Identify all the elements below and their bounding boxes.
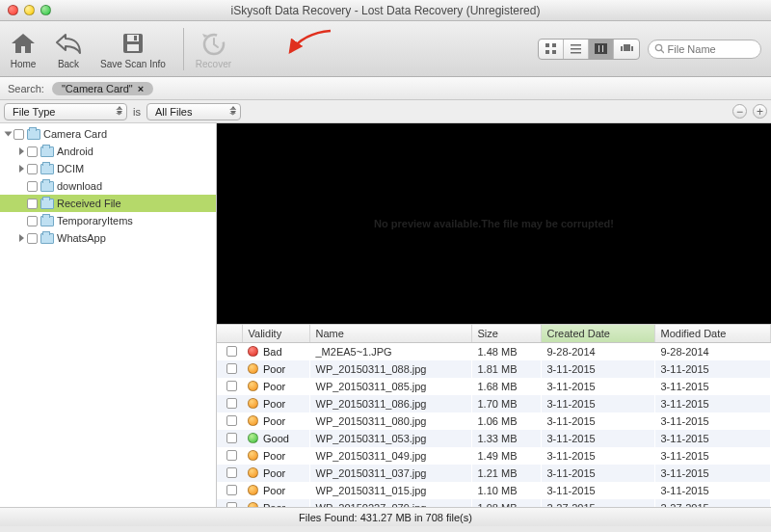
disclosure-icon[interactable] xyxy=(19,234,24,242)
table-row[interactable]: GoodWP_20150311_053.jpg1.33 MB3-11-20153… xyxy=(217,430,771,447)
table-row[interactable]: PoorWP_20150311_088.jpg1.81 MB3-11-20153… xyxy=(217,360,771,378)
row-checkbox-cell[interactable] xyxy=(217,395,242,412)
filter-field-combo[interactable]: File Type xyxy=(4,103,127,120)
tree-node[interactable]: WhatsApp xyxy=(0,229,216,247)
checkbox[interactable] xyxy=(27,146,38,157)
search-input[interactable] xyxy=(668,43,755,55)
search-scope-bar: Search: "Camera Card" × xyxy=(0,77,771,100)
view-list[interactable] xyxy=(564,40,589,59)
svg-rect-14 xyxy=(602,45,603,52)
checkbox[interactable] xyxy=(226,381,237,391)
row-size: 1.48 MB xyxy=(471,342,541,360)
tree-node-label: WhatsApp xyxy=(57,232,106,244)
folder-icon xyxy=(40,216,54,226)
table-row[interactable]: PoorWP_20150311_015.jpg1.10 MB3-11-20153… xyxy=(217,482,771,499)
checkbox[interactable] xyxy=(226,433,237,443)
home-button[interactable]: Home xyxy=(10,29,37,69)
view-columns[interactable] xyxy=(589,40,614,59)
search-field[interactable] xyxy=(648,40,761,59)
col-validity[interactable]: Validity xyxy=(242,325,309,342)
row-checkbox-cell[interactable] xyxy=(217,465,242,482)
row-checkbox-cell[interactable] xyxy=(217,499,242,508)
row-validity: Poor xyxy=(242,395,309,412)
row-checkbox-cell[interactable] xyxy=(217,430,242,447)
row-validity: Poor xyxy=(242,499,309,508)
row-checkbox-cell[interactable] xyxy=(217,482,242,499)
tree-node[interactable]: TemporaryItems xyxy=(0,212,216,229)
row-name: WP_20150311_015.jpg xyxy=(309,482,471,499)
remove-filter-button[interactable]: − xyxy=(732,104,747,119)
svg-rect-6 xyxy=(552,43,556,47)
checkbox[interactable] xyxy=(27,216,38,226)
row-size: 1.06 MB xyxy=(471,412,541,430)
disclosure-icon[interactable] xyxy=(5,132,13,137)
checkbox[interactable] xyxy=(27,199,38,209)
back-button[interactable]: Back xyxy=(54,29,83,69)
svg-rect-10 xyxy=(571,48,581,50)
row-modified: 3-11-2015 xyxy=(654,412,771,430)
view-mode-segmented[interactable] xyxy=(538,39,640,60)
col-modified[interactable]: Modified Date xyxy=(654,325,771,342)
table-row[interactable]: PoorWP_20150311_049.jpg1.49 MB3-11-20153… xyxy=(217,447,771,465)
row-checkbox-cell[interactable] xyxy=(217,378,242,395)
file-table: Validity Name Size Created Date Modified… xyxy=(217,325,771,507)
filter-value-combo[interactable]: All Files xyxy=(146,103,241,120)
table-row[interactable]: PoorWP_20150311_086.jpg1.70 MB3-11-20153… xyxy=(217,395,771,412)
table-row[interactable]: PoorWP_20150311_037.jpg1.21 MB3-11-20153… xyxy=(217,465,771,482)
tree-node[interactable]: Android xyxy=(0,143,216,160)
row-checkbox-cell[interactable] xyxy=(217,447,242,465)
recover-icon xyxy=(199,29,227,58)
file-table-wrapper[interactable]: Validity Name Size Created Date Modified… xyxy=(217,324,771,507)
checkbox[interactable] xyxy=(13,129,24,140)
table-row[interactable]: PoorWP_20150311_080.jpg1.06 MB3-11-20153… xyxy=(217,412,771,430)
disclosure-icon[interactable] xyxy=(19,147,24,155)
save-scan-label: Save Scan Info xyxy=(100,59,166,69)
checkbox[interactable] xyxy=(226,485,237,495)
row-size: 1.68 MB xyxy=(471,378,541,395)
checkbox[interactable] xyxy=(27,164,38,174)
checkbox[interactable] xyxy=(226,502,237,507)
search-token[interactable]: "Camera Card" × xyxy=(52,82,153,95)
row-checkbox-cell[interactable] xyxy=(217,343,242,360)
checkbox[interactable] xyxy=(27,233,38,244)
row-validity: Poor xyxy=(242,465,309,482)
view-grid[interactable] xyxy=(539,40,564,59)
row-created: 3-11-2015 xyxy=(541,378,654,395)
col-created[interactable]: Created Date xyxy=(541,325,654,342)
tree-root[interactable]: Camera Card xyxy=(0,125,216,143)
row-name: WP_20150311_053.jpg xyxy=(309,430,471,447)
row-created: 3-11-2015 xyxy=(541,447,654,465)
row-checkbox-cell[interactable] xyxy=(217,360,242,378)
tree-node[interactable]: download xyxy=(0,177,216,195)
table-row[interactable]: PoorWP_20150311_085.jpg1.68 MB3-11-20153… xyxy=(217,378,771,395)
folder-icon xyxy=(40,181,54,192)
row-checkbox-cell[interactable] xyxy=(217,412,242,430)
preview-message: No preview available.The file may be cor… xyxy=(374,218,614,229)
checkbox[interactable] xyxy=(226,467,237,478)
checkbox[interactable] xyxy=(226,346,237,357)
table-row[interactable]: Bad_M2EA5~1.JPG1.48 MB9-28-20149-28-2014 xyxy=(217,342,771,360)
folder-icon xyxy=(40,199,54,209)
row-created: 3-11-2015 xyxy=(541,395,654,412)
tree-node[interactable]: DCIM xyxy=(0,160,216,177)
checkbox[interactable] xyxy=(226,363,237,374)
row-name: WP_20150227_079.jpg xyxy=(309,499,471,508)
checkbox[interactable] xyxy=(226,398,237,409)
add-filter-button[interactable]: + xyxy=(753,104,767,119)
row-modified: 3-11-2015 xyxy=(654,482,771,499)
checkbox[interactable] xyxy=(226,415,237,426)
checkbox[interactable] xyxy=(226,450,237,461)
view-coverflow[interactable] xyxy=(614,40,639,59)
clear-token-icon[interactable]: × xyxy=(138,83,144,94)
col-name[interactable]: Name xyxy=(309,325,471,342)
col-checkbox[interactable] xyxy=(217,325,242,342)
tree-node[interactable]: Received File xyxy=(0,195,216,212)
table-row[interactable]: PoorWP_20150227_079.jpg1.98 MB2-27-20152… xyxy=(217,499,771,508)
row-modified: 3-11-2015 xyxy=(654,378,771,395)
save-scan-button[interactable]: Save Scan Info xyxy=(100,29,166,69)
col-size[interactable]: Size xyxy=(471,325,541,342)
recover-button[interactable]: Recover xyxy=(196,29,231,69)
sidebar[interactable]: Camera Card AndroidDCIMdownloadReceived … xyxy=(0,123,217,507)
checkbox[interactable] xyxy=(27,181,38,192)
disclosure-icon[interactable] xyxy=(19,165,24,173)
